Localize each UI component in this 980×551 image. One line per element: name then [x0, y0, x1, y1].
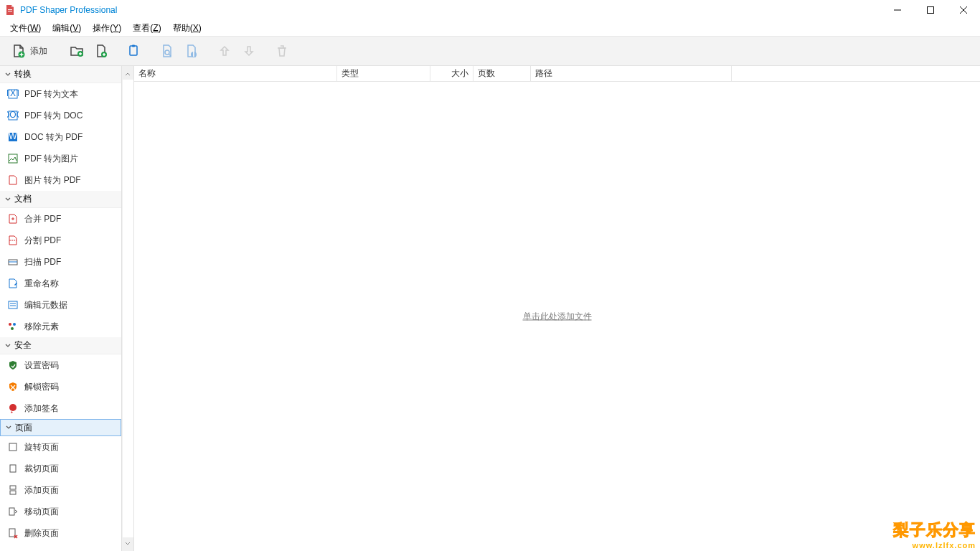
chevron-down-icon	[4, 72, 11, 77]
menu-view[interactable]: 查看(Z)	[127, 21, 166, 36]
paste-button[interactable]	[123, 40, 145, 62]
sidebar-item-pdf-to-image[interactable]: PDF 转为图片	[0, 148, 121, 169]
svg-rect-25	[9, 301, 17, 309]
chevron-down-icon	[4, 197, 11, 202]
delete-button[interactable]	[271, 40, 293, 62]
sidebar-group-security[interactable]: 安全	[0, 337, 121, 354]
txt-icon: TXT	[7, 88, 19, 100]
toolbar: 添加 i	[0, 36, 980, 66]
svg-rect-34	[10, 486, 16, 489]
menu-action[interactable]: 操作(Y)	[87, 21, 127, 36]
sidebar-item-add-signature[interactable]: 添加签名	[0, 397, 121, 419]
sidebar-group-label: 安全	[14, 339, 32, 352]
sidebar-item-move-page[interactable]: 移动页面	[0, 501, 121, 522]
column-name[interactable]: 名称	[134, 66, 337, 81]
remove-icon	[7, 321, 19, 332]
menu-bar: 文件(W) 编辑(V) 操作(Y) 查看(Z) 帮助(X)	[0, 20, 980, 36]
sidebar-group-page[interactable]: 页面	[0, 419, 121, 436]
sidebar-item-doc-to-pdf[interactable]: WDOC 转为 PDF	[0, 126, 121, 148]
sidebar-group-convert[interactable]: 转换	[0, 66, 121, 83]
file-list-area[interactable]: 单击此处添加文件	[134, 82, 980, 551]
svg-point-29	[13, 323, 16, 326]
menu-file[interactable]: 文件(W)	[4, 21, 47, 36]
preview-button[interactable]	[156, 40, 178, 62]
svg-point-31	[9, 404, 17, 411]
main-content: 名称 类型 大小 页数 路径 单击此处添加文件	[134, 66, 980, 551]
sidebar-item-remove-elements[interactable]: 移除元素	[0, 316, 121, 337]
sidebar-group-label: 文档	[14, 193, 32, 205]
add-file-button[interactable]	[90, 40, 112, 62]
sidebar: 转换 TXTPDF 转为文本 DOCPDF 转为 DOC WDOC 转为 PDF…	[0, 66, 122, 551]
menu-edit[interactable]: 编辑(V)	[47, 21, 87, 36]
add-button[interactable]: 添加	[7, 40, 55, 62]
close-button[interactable]	[947, 0, 980, 20]
column-size[interactable]: 大小	[430, 66, 473, 81]
crop-icon	[7, 463, 19, 474]
move-down-button[interactable]	[238, 40, 260, 62]
shield-lock-icon	[7, 359, 19, 371]
add-folder-button[interactable]	[66, 40, 88, 62]
word-icon: W	[7, 131, 19, 143]
sidebar-item-rotate-page[interactable]: 旋转页面	[0, 436, 121, 458]
sidebar-item-image-to-pdf[interactable]: 图片 转为 PDF	[0, 169, 121, 191]
title-bar: PDF Shaper Professional	[0, 0, 980, 20]
svg-text:TXT: TXT	[7, 88, 19, 98]
minimize-button[interactable]	[881, 0, 914, 20]
sidebar-item-split-pdf[interactable]: 分割 PDF	[0, 230, 121, 251]
svg-point-28	[9, 323, 11, 326]
sidebar-item-add-page[interactable]: 添加页面	[0, 479, 121, 501]
sidebar-group-label: 页面	[15, 422, 32, 434]
window-title: PDF Shaper Professional	[20, 5, 117, 15]
sidebar-item-pdf-to-doc[interactable]: DOCPDF 转为 DOC	[0, 105, 121, 126]
svg-rect-1	[8, 11, 12, 11]
add-files-link[interactable]: 单击此处添加文件	[523, 311, 592, 323]
svg-rect-9	[130, 46, 137, 55]
column-headers: 名称 类型 大小 页数 路径	[134, 66, 980, 82]
svg-text:W: W	[9, 131, 17, 141]
rotate-icon	[7, 441, 19, 453]
scroll-down-icon[interactable]	[122, 537, 134, 550]
menu-help[interactable]: 帮助(X)	[167, 21, 207, 36]
merge-icon	[7, 213, 19, 225]
svg-rect-10	[132, 45, 135, 47]
svg-rect-32	[9, 443, 17, 451]
sidebar-item-delete-page[interactable]: 删除页面	[0, 522, 121, 544]
sidebar-item-unlock-password[interactable]: 解锁密码	[0, 376, 121, 397]
image-icon	[7, 153, 19, 164]
shield-unlock-icon	[7, 381, 19, 392]
sidebar-item-merge-pdf[interactable]: 合并 PDF	[0, 208, 121, 230]
svg-rect-3	[928, 7, 934, 14]
move-up-button[interactable]	[214, 40, 235, 62]
sidebar-item-edit-metadata[interactable]: 编辑元数据	[0, 294, 121, 316]
svg-rect-33	[10, 465, 16, 472]
rename-icon	[7, 278, 19, 289]
metadata-icon	[7, 299, 19, 311]
column-path[interactable]: 路径	[531, 66, 732, 81]
sidebar-scrollbar[interactable]	[122, 66, 134, 551]
chevron-down-icon	[4, 343, 11, 349]
sidebar-item-pdf-to-text[interactable]: TXTPDF 转为文本	[0, 83, 121, 105]
info-button[interactable]: i	[181, 40, 202, 62]
svg-text:DOC: DOC	[7, 110, 19, 120]
scan-icon	[7, 256, 19, 268]
svg-point-30	[11, 327, 14, 330]
sidebar-item-scan-pdf[interactable]: 扫描 PDF	[0, 251, 121, 273]
sidebar-group-document[interactable]: 文档	[0, 191, 121, 208]
chevron-down-icon	[5, 425, 12, 430]
pdf-icon	[7, 174, 19, 186]
column-pages[interactable]: 页数	[473, 66, 531, 81]
svg-text:i: i	[192, 49, 194, 58]
column-type[interactable]: 类型	[337, 66, 430, 81]
split-icon	[7, 235, 19, 246]
sidebar-item-set-password[interactable]: 设置密码	[0, 354, 121, 376]
doc-icon: DOC	[7, 110, 19, 121]
maximize-button[interactable]	[914, 0, 947, 20]
sidebar-item-crop-page[interactable]: 裁切页面	[0, 458, 121, 479]
scroll-up-icon[interactable]	[122, 67, 134, 80]
sidebar-item-rename[interactable]: 重命名称	[0, 273, 121, 294]
sidebar-group-label: 转换	[14, 68, 32, 80]
app-icon	[4, 4, 16, 16]
add-button-label: 添加	[30, 45, 47, 57]
signature-icon	[7, 402, 19, 414]
delete-page-icon	[7, 527, 19, 539]
